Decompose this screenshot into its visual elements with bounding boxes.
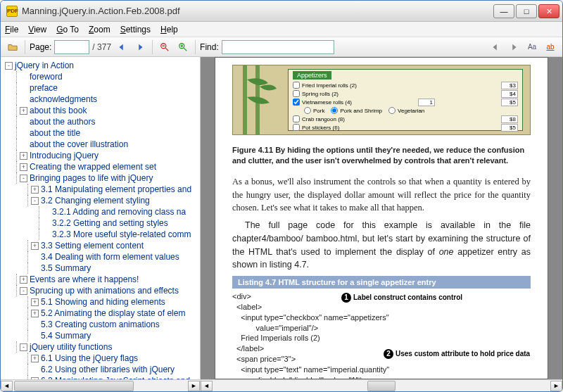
scroll-thumb[interactable] <box>367 381 396 391</box>
prev-page-icon[interactable] <box>114 39 129 55</box>
page-input[interactable] <box>54 40 89 54</box>
item-checkbox[interactable] <box>293 90 300 97</box>
tree-item[interactable]: +Creating the wrapped element set <box>2 161 198 172</box>
open-icon[interactable] <box>5 39 20 55</box>
radio-label: Pork <box>313 108 324 114</box>
tree-item[interactable]: +5.1 Showing and hiding elements <box>2 296 198 308</box>
collapse-icon[interactable]: - <box>5 62 13 70</box>
minimize-button[interactable]: — <box>493 4 514 18</box>
radio-option[interactable] <box>304 107 311 114</box>
scroll-left-icon[interactable]: ◄ <box>1 381 13 391</box>
tree-item[interactable]: 3.2.3 More useful style-related comm <box>2 229 198 240</box>
page-label: Page: <box>30 42 51 52</box>
tree-item[interactable]: -3.2 Changing element styling <box>2 195 198 206</box>
expand-icon[interactable]: + <box>31 186 39 194</box>
tree-item[interactable]: foreword <box>2 71 198 82</box>
menu-settings[interactable]: Settings <box>120 25 151 34</box>
tree-item[interactable]: 3.4 Dealing with form element values <box>2 251 198 263</box>
tree-item[interactable]: 5.4 Summary <box>2 330 198 341</box>
expand-icon[interactable]: + <box>20 163 27 171</box>
outline-tree[interactable]: -jQuery in Actionforewordprefaceacknowle… <box>1 57 200 379</box>
item-checkbox[interactable] <box>293 124 300 131</box>
collapse-icon[interactable]: - <box>20 343 27 351</box>
find-prev-icon[interactable] <box>488 39 503 55</box>
match-case-icon[interactable]: Aa <box>524 39 540 55</box>
tree-label: jQuery utility functions <box>30 342 112 352</box>
collapse-icon[interactable]: - <box>20 287 27 295</box>
tree-label: foreword <box>30 72 63 82</box>
menu-view[interactable]: View <box>28 25 46 34</box>
menu-help[interactable]: Help <box>160 25 178 34</box>
svg-line-4 <box>184 47 186 50</box>
tree-item[interactable]: 3.2.1 Adding and removing class na <box>2 206 198 217</box>
menu-goto[interactable]: Go To <box>56 25 79 34</box>
tree-item[interactable]: acknowledgments <box>2 94 198 105</box>
tree-label: 3.2.1 Adding and removing class na <box>52 207 186 217</box>
scroll-right-icon[interactable]: ► <box>550 381 562 391</box>
close-button[interactable]: ✕ <box>538 4 559 18</box>
radio-option[interactable] <box>331 107 338 114</box>
tree-item[interactable]: about the title <box>2 127 198 139</box>
tree-label: 3.3 Setting element content <box>41 241 144 251</box>
menu-row: Spring rolls (2)$4 <box>293 89 518 98</box>
tree-item[interactable]: +about this book <box>2 105 198 116</box>
item-qty[interactable]: 1 <box>418 99 435 106</box>
expand-icon[interactable]: + <box>20 276 27 284</box>
tree-item[interactable]: 5.3 Creating custom animations <box>2 319 198 330</box>
menu-row: Pot stickers (6)$5 <box>293 123 518 132</box>
tree-item[interactable]: +Events are where it happens! <box>2 274 198 285</box>
appetizer-form: Appetizers Fried Imperial rolls (2)$3 Sp… <box>288 69 523 131</box>
zoom-in-icon[interactable] <box>175 39 191 55</box>
tree-item[interactable]: -jQuery in Action <box>2 60 198 71</box>
collapse-icon[interactable]: - <box>20 175 27 182</box>
expand-icon[interactable]: + <box>31 355 39 362</box>
tree-item[interactable]: +3.3 Setting element content <box>2 240 198 251</box>
find-next-icon[interactable] <box>506 39 521 55</box>
expand-icon[interactable]: + <box>31 242 39 250</box>
item-checkbox[interactable] <box>293 115 300 122</box>
maximize-button[interactable]: □ <box>516 4 537 18</box>
tree-item[interactable]: +5.2 Animating the display state of elem <box>2 308 198 319</box>
tree-label: 3.5 Summary <box>41 263 91 273</box>
item-label: Vietnamese rolls (4) <box>302 99 352 106</box>
tree-label: jQuery in Action <box>15 61 74 70</box>
radio-option[interactable] <box>388 107 396 114</box>
menu-file[interactable]: File <box>5 25 18 34</box>
item-price: $8 <box>501 115 518 123</box>
expand-icon[interactable]: + <box>20 152 27 160</box>
item-price: $5 <box>501 99 518 106</box>
expand-icon[interactable]: + <box>31 298 39 306</box>
find-input[interactable] <box>222 40 334 54</box>
tree-item[interactable]: +3.1 Manipulating element properties and <box>2 184 198 195</box>
expand-icon[interactable]: + <box>20 107 27 115</box>
tree-item[interactable]: about the authors <box>2 116 198 127</box>
tree-item[interactable]: preface <box>2 82 198 94</box>
tree-item[interactable]: 3.2.2 Getting and setting styles <box>2 217 198 229</box>
page-viewport[interactable]: Appetizers Fried Imperial rolls (2)$3 Sp… <box>201 57 562 379</box>
scroll-thumb[interactable] <box>14 381 134 391</box>
tree-item[interactable]: -Bringing pages to life with jQuery <box>2 172 198 184</box>
next-page-icon[interactable] <box>132 39 148 55</box>
zoom-out-icon[interactable] <box>157 39 172 55</box>
item-checkbox[interactable] <box>293 99 300 106</box>
menu-zoom[interactable]: Zoom <box>89 25 110 34</box>
tree-item[interactable]: 6.2 Using other libraries with jQuery <box>2 364 198 375</box>
item-checkbox[interactable] <box>293 82 300 89</box>
tree-item[interactable]: +Introducing jQuery <box>2 150 198 161</box>
tree-label: 3.1 Manipulating element properties and <box>41 184 191 194</box>
content-hscroll[interactable]: ◄ ► <box>201 379 562 391</box>
sidebar-hscroll[interactable]: ◄ ► <box>1 379 200 391</box>
tree-label: Creating the wrapped element set <box>30 162 156 172</box>
tree-item[interactable]: 3.5 Summary <box>2 263 198 274</box>
tree-item[interactable]: -Sprucing up with animations and effects <box>2 285 198 296</box>
collapse-icon[interactable]: - <box>31 197 39 205</box>
item-price: $5 <box>501 124 518 132</box>
tree-label: about the cover illustration <box>30 139 128 149</box>
scroll-left-icon[interactable]: ◄ <box>201 381 213 391</box>
tree-item[interactable]: about the cover illustration <box>2 139 198 150</box>
scroll-right-icon[interactable]: ► <box>188 381 200 391</box>
tree-item[interactable]: -jQuery utility functions <box>2 341 198 353</box>
tree-item[interactable]: +6.1 Using the jQuery flags <box>2 353 198 364</box>
expand-icon[interactable]: + <box>31 310 39 317</box>
match-word-icon[interactable]: ab <box>543 39 558 55</box>
